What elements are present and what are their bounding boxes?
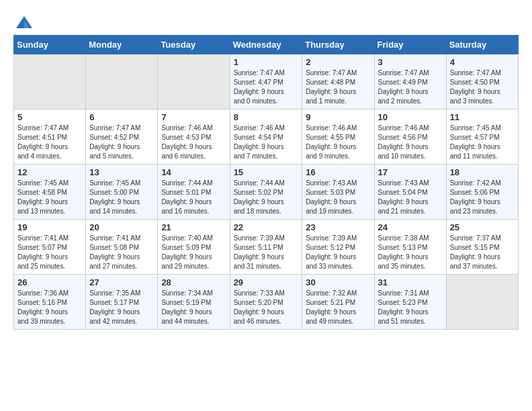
column-header-sunday: Sunday xyxy=(14,36,86,54)
day-info: Sunrise: 7:47 AM Sunset: 4:51 PM Dayligh… xyxy=(17,124,82,161)
day-number: 15 xyxy=(234,167,299,177)
day-number: 4 xyxy=(450,57,515,67)
day-number: 9 xyxy=(306,112,370,122)
day-info: Sunrise: 7:47 AM Sunset: 4:48 PM Dayligh… xyxy=(306,68,370,106)
day-number: 7 xyxy=(161,112,226,122)
calendar-cell: 12Sunrise: 7:45 AM Sunset: 4:58 PM Dayli… xyxy=(14,165,86,220)
day-number: 26 xyxy=(17,277,82,287)
calendar-cell: 28Sunrise: 7:34 AM Sunset: 5:19 PM Dayli… xyxy=(158,275,230,330)
day-info: Sunrise: 7:36 AM Sunset: 5:16 PM Dayligh… xyxy=(17,289,82,326)
day-info: Sunrise: 7:44 AM Sunset: 5:01 PM Dayligh… xyxy=(161,179,226,216)
day-info: Sunrise: 7:43 AM Sunset: 5:03 PM Dayligh… xyxy=(306,179,370,216)
day-info: Sunrise: 7:45 AM Sunset: 4:57 PM Dayligh… xyxy=(450,124,515,161)
day-info: Sunrise: 7:41 AM Sunset: 5:07 PM Dayligh… xyxy=(17,234,82,271)
calendar-cell: 3Sunrise: 7:47 AM Sunset: 4:49 PM Daylig… xyxy=(374,54,446,109)
calendar-cell: 31Sunrise: 7:31 AM Sunset: 5:23 PM Dayli… xyxy=(374,275,446,330)
column-header-tuesday: Tuesday xyxy=(158,36,230,54)
day-info: Sunrise: 7:47 AM Sunset: 4:50 PM Dayligh… xyxy=(450,68,515,106)
logo xyxy=(13,13,35,28)
day-number: 11 xyxy=(450,112,515,122)
day-info: Sunrise: 7:31 AM Sunset: 5:23 PM Dayligh… xyxy=(378,289,443,326)
calendar-cell xyxy=(86,54,158,109)
day-number: 31 xyxy=(378,277,443,287)
day-info: Sunrise: 7:46 AM Sunset: 4:56 PM Dayligh… xyxy=(378,124,443,161)
logo-icon xyxy=(15,13,34,32)
day-number: 27 xyxy=(89,277,154,287)
calendar-cell: 25Sunrise: 7:37 AM Sunset: 5:15 PM Dayli… xyxy=(446,220,518,275)
day-number: 18 xyxy=(450,167,515,177)
calendar-cell xyxy=(158,54,230,109)
day-number: 30 xyxy=(306,277,370,287)
calendar-cell: 13Sunrise: 7:45 AM Sunset: 5:00 PM Dayli… xyxy=(86,165,158,220)
calendar-cell: 21Sunrise: 7:40 AM Sunset: 5:09 PM Dayli… xyxy=(158,220,230,275)
day-number: 13 xyxy=(89,167,154,177)
day-info: Sunrise: 7:41 AM Sunset: 5:08 PM Dayligh… xyxy=(89,234,154,271)
calendar-cell: 18Sunrise: 7:42 AM Sunset: 5:06 PM Dayli… xyxy=(446,165,518,220)
day-info: Sunrise: 7:43 AM Sunset: 5:04 PM Dayligh… xyxy=(378,179,443,216)
day-number: 22 xyxy=(234,222,299,232)
calendar-cell: 10Sunrise: 7:46 AM Sunset: 4:56 PM Dayli… xyxy=(374,109,446,165)
day-number: 12 xyxy=(17,167,82,177)
day-number: 17 xyxy=(378,167,443,177)
day-info: Sunrise: 7:39 AM Sunset: 5:11 PM Dayligh… xyxy=(234,234,299,271)
calendar-cell: 29Sunrise: 7:33 AM Sunset: 5:20 PM Dayli… xyxy=(230,275,302,330)
day-number: 23 xyxy=(306,222,370,232)
day-number: 19 xyxy=(17,222,82,232)
day-info: Sunrise: 7:46 AM Sunset: 4:53 PM Dayligh… xyxy=(161,124,226,161)
day-number: 16 xyxy=(306,167,370,177)
day-info: Sunrise: 7:46 AM Sunset: 4:55 PM Dayligh… xyxy=(306,124,370,161)
day-info: Sunrise: 7:47 AM Sunset: 4:52 PM Dayligh… xyxy=(89,124,154,161)
calendar-cell: 20Sunrise: 7:41 AM Sunset: 5:08 PM Dayli… xyxy=(86,220,158,275)
day-info: Sunrise: 7:45 AM Sunset: 4:58 PM Dayligh… xyxy=(17,179,82,216)
day-number: 29 xyxy=(234,277,299,287)
page-header xyxy=(13,13,519,28)
calendar-cell: 2Sunrise: 7:47 AM Sunset: 4:48 PM Daylig… xyxy=(302,54,374,109)
day-number: 25 xyxy=(450,222,515,232)
day-info: Sunrise: 7:35 AM Sunset: 5:17 PM Dayligh… xyxy=(89,289,154,326)
calendar-cell: 9Sunrise: 7:46 AM Sunset: 4:55 PM Daylig… xyxy=(302,109,374,165)
calendar-cell: 16Sunrise: 7:43 AM Sunset: 5:03 PM Dayli… xyxy=(302,165,374,220)
calendar-cell: 11Sunrise: 7:45 AM Sunset: 4:57 PM Dayli… xyxy=(446,109,518,165)
column-header-wednesday: Wednesday xyxy=(230,36,302,54)
calendar-cell: 17Sunrise: 7:43 AM Sunset: 5:04 PM Dayli… xyxy=(374,165,446,220)
day-number: 3 xyxy=(378,57,443,67)
day-info: Sunrise: 7:34 AM Sunset: 5:19 PM Dayligh… xyxy=(161,289,226,326)
calendar-cell: 30Sunrise: 7:32 AM Sunset: 5:21 PM Dayli… xyxy=(302,275,374,330)
day-number: 24 xyxy=(378,222,443,232)
day-info: Sunrise: 7:40 AM Sunset: 5:09 PM Dayligh… xyxy=(161,234,226,271)
day-info: Sunrise: 7:44 AM Sunset: 5:02 PM Dayligh… xyxy=(234,179,299,216)
day-number: 20 xyxy=(89,222,154,232)
calendar-cell: 4Sunrise: 7:47 AM Sunset: 4:50 PM Daylig… xyxy=(446,54,518,109)
day-number: 5 xyxy=(17,112,82,122)
calendar-cell: 15Sunrise: 7:44 AM Sunset: 5:02 PM Dayli… xyxy=(230,165,302,220)
calendar-cell xyxy=(446,275,518,330)
day-info: Sunrise: 7:32 AM Sunset: 5:21 PM Dayligh… xyxy=(306,289,370,326)
column-header-monday: Monday xyxy=(86,36,158,54)
calendar-week-row: 26Sunrise: 7:36 AM Sunset: 5:16 PM Dayli… xyxy=(14,275,519,330)
calendar-cell xyxy=(14,54,86,109)
calendar-cell: 24Sunrise: 7:38 AM Sunset: 5:13 PM Dayli… xyxy=(374,220,446,275)
column-header-friday: Friday xyxy=(374,36,446,54)
day-number: 21 xyxy=(161,222,226,232)
calendar-week-row: 1Sunrise: 7:47 AM Sunset: 4:47 PM Daylig… xyxy=(14,54,519,109)
column-header-saturday: Saturday xyxy=(446,36,518,54)
day-number: 28 xyxy=(161,277,226,287)
day-info: Sunrise: 7:46 AM Sunset: 4:54 PM Dayligh… xyxy=(234,124,299,161)
calendar-cell: 5Sunrise: 7:47 AM Sunset: 4:51 PM Daylig… xyxy=(14,109,86,165)
calendar-cell: 27Sunrise: 7:35 AM Sunset: 5:17 PM Dayli… xyxy=(86,275,158,330)
calendar-cell: 7Sunrise: 7:46 AM Sunset: 4:53 PM Daylig… xyxy=(158,109,230,165)
day-info: Sunrise: 7:39 AM Sunset: 5:12 PM Dayligh… xyxy=(306,234,370,271)
day-info: Sunrise: 7:33 AM Sunset: 5:20 PM Dayligh… xyxy=(234,289,299,326)
day-number: 10 xyxy=(378,112,443,122)
calendar-cell: 26Sunrise: 7:36 AM Sunset: 5:16 PM Dayli… xyxy=(14,275,86,330)
day-info: Sunrise: 7:38 AM Sunset: 5:13 PM Dayligh… xyxy=(378,234,443,271)
calendar-week-row: 19Sunrise: 7:41 AM Sunset: 5:07 PM Dayli… xyxy=(14,220,519,275)
calendar-cell: 22Sunrise: 7:39 AM Sunset: 5:11 PM Dayli… xyxy=(230,220,302,275)
calendar-week-row: 5Sunrise: 7:47 AM Sunset: 4:51 PM Daylig… xyxy=(14,109,519,165)
calendar-cell: 8Sunrise: 7:46 AM Sunset: 4:54 PM Daylig… xyxy=(230,109,302,165)
day-info: Sunrise: 7:47 AM Sunset: 4:47 PM Dayligh… xyxy=(234,68,299,106)
calendar-week-row: 12Sunrise: 7:45 AM Sunset: 4:58 PM Dayli… xyxy=(14,165,519,220)
calendar-cell: 6Sunrise: 7:47 AM Sunset: 4:52 PM Daylig… xyxy=(86,109,158,165)
day-number: 1 xyxy=(234,57,299,67)
day-info: Sunrise: 7:42 AM Sunset: 5:06 PM Dayligh… xyxy=(450,179,515,216)
